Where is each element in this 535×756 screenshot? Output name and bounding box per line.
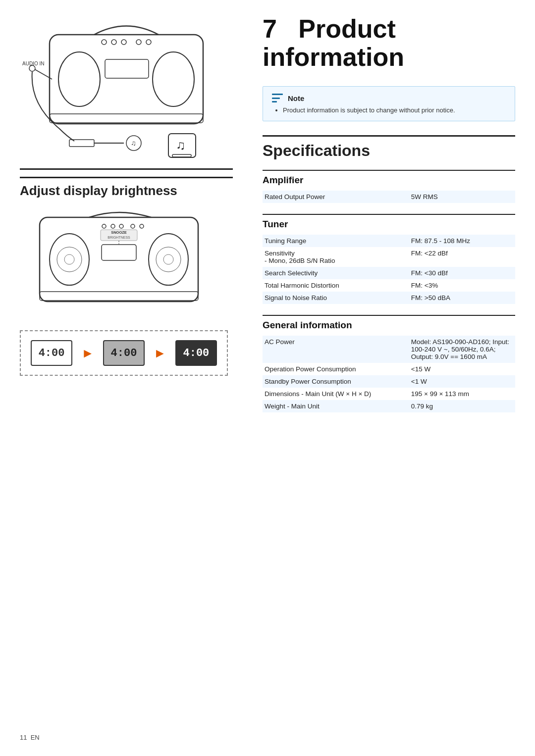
arrow-icon-2: ► [154,346,166,361]
spec-label: Rated Output Power [263,191,409,203]
spec-label: AC Power [263,336,409,363]
svg-text:BRIGHTNESS: BRIGHTNESS [107,236,130,239]
page: AUDIO IN ♫ ♫ Adjust display brightness [0,0,535,756]
spec-value: Model: AS190-090-AD160; Input: 100-240 V… [409,336,515,363]
note-icon [272,94,283,102]
svg-point-22 [149,234,188,285]
svg-rect-19 [172,154,191,157]
amplifier-section: Amplifier Rated Output Power5W RMS [263,170,515,203]
svg-point-7 [146,40,151,45]
note-box: Note Product information is subject to c… [263,86,515,121]
tuner-table: Tuning RangeFM: 87.5 - 108 MHzSensitivit… [263,235,515,304]
svg-rect-8 [105,59,149,78]
tuner-title: Tuner [263,214,515,230]
amplifier-table: Rated Output Power5W RMS [263,191,515,203]
svg-point-37 [163,254,173,264]
svg-rect-0 [50,35,203,124]
spec-value: <15 W [409,363,515,375]
spec-label: Search Selectivity [263,267,409,279]
spec-label: Dimensions - Main Unit (W × H × D) [263,388,409,400]
spec-label: Sensitivity- Mono, 26dB S/N Ratio [263,247,409,267]
svg-point-21 [50,234,89,285]
spec-label: Tuning Range [263,235,409,247]
svg-point-25 [111,224,115,228]
spec-label: Signal to Noise Ratio [263,292,409,304]
page-title: 7 Product information [263,15,515,71]
brightness-device-illustration: SNOOZE BRIGHTNESS [20,207,228,321]
svg-point-24 [102,224,106,228]
device-illustration-top: AUDIO IN ♫ ♫ [20,15,228,158]
svg-point-26 [119,224,123,228]
chapter-number: 7 [263,14,277,43]
page-number: 11 EN [20,734,40,741]
svg-point-35 [156,247,181,272]
spec-value: FM: <30 dBf [409,267,515,279]
svg-rect-23 [102,245,136,260]
spec-value: FM: <3% [409,279,515,292]
svg-point-5 [121,40,126,45]
svg-text:SNOOZE: SNOOZE [111,230,127,235]
spec-value: FM: 87.5 - 108 MHz [409,235,515,247]
note-label: Note [288,94,304,102]
spec-label: Weight - Main Unit [263,400,409,412]
arrow-icon-1: ► [81,346,94,361]
spec-value: FM: >50 dBA [409,292,515,304]
svg-text:AUDIO IN: AUDIO IN [22,61,44,66]
right-column: 7 Product information Note Product infor… [248,0,535,756]
svg-rect-33 [40,292,198,301]
spec-label: Total Harmonic Distortion [263,279,409,292]
spec-value: 0.79 kg [409,400,515,412]
svg-point-34 [57,247,82,272]
left-column: AUDIO IN ♫ ♫ Adjust display brightness [0,0,248,756]
spec-value: 195 × 99 × 113 mm [409,388,515,400]
brightness-levels-container: 4:00 ► 4:00 ► 4:00 [20,330,228,376]
general-section: General information AC PowerModel: AS190… [263,315,515,412]
svg-point-1 [58,52,100,106]
svg-text:♫: ♫ [131,139,136,147]
svg-point-3 [102,40,107,45]
section-title-brightness: Adjust display brightness [20,177,233,199]
display-level-light: 4:00 [31,340,72,366]
divider-brightness [20,168,233,170]
amplifier-title: Amplifier [263,170,515,186]
spec-value: FM: <22 dBf [409,247,515,267]
note-text: Product information is subject to change… [272,106,506,114]
general-table: AC PowerModel: AS190-090-AD160; Input: 1… [263,336,515,412]
svg-point-28 [140,224,144,228]
svg-point-27 [131,224,135,228]
specs-section: Specifications Amplifier Rated Output Po… [263,135,515,412]
spec-value: <1 W [409,375,515,388]
tuner-section: Tuner Tuning RangeFM: 87.5 - 108 MHzSens… [263,214,515,304]
spec-label: Operation Power Consumption [263,363,409,375]
display-level-medium: 4:00 [103,340,145,366]
spec-value: 5W RMS [409,191,515,203]
display-level-dark: 4:00 [175,340,217,366]
svg-point-2 [153,52,194,106]
spec-label: Standby Power Consumption [263,375,409,388]
svg-text:♫: ♫ [176,138,186,152]
svg-point-36 [64,254,74,264]
svg-point-6 [136,40,141,45]
svg-rect-9 [50,114,203,123]
svg-point-4 [111,40,116,45]
specs-title: Specifications [263,135,515,160]
page-title-text: Product information [263,14,404,71]
general-title: General information [263,315,515,331]
note-header: Note [272,94,506,102]
